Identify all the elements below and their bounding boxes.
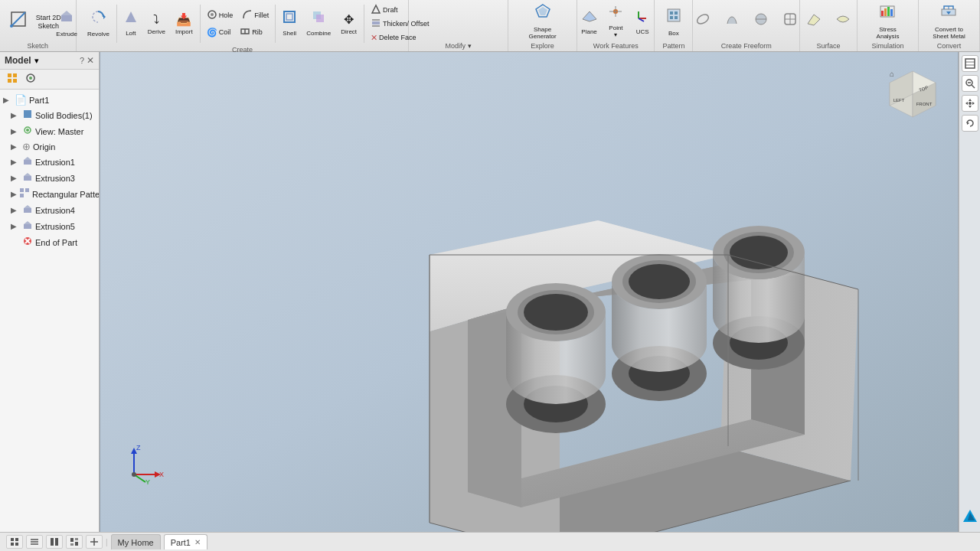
solid-bodies-icon <box>22 109 33 122</box>
shell-icon <box>283 10 296 28</box>
pan-button[interactable] <box>962 95 978 112</box>
tree-item-extrusion4[interactable]: ▶ Extrusion4 <box>0 202 99 218</box>
navcube-home-icon[interactable]: ⌂ <box>890 70 894 78</box>
loft-button[interactable]: Loft <box>119 6 142 41</box>
tree-item-end-of-part[interactable]: ▶ End of Part <box>0 234 99 250</box>
model-panel: Model ▾ ? ✕ ▶ 📄 Part1 <box>0 52 100 532</box>
tree-item-rect-pattern[interactable]: ▶ Rectangular Pattern <box>0 186 99 202</box>
direct-button[interactable]: ✥ Direct <box>336 6 361 41</box>
rotate-button[interactable] <box>962 115 978 132</box>
svg-marker-5 <box>103 15 106 19</box>
rib-icon <box>240 26 250 39</box>
tree-item-extrusion3[interactable]: ▶ Extrusion3 <box>0 170 99 186</box>
fillet-button[interactable]: Fillet <box>238 8 273 22</box>
convert-buttons: Convert toSheet Metal <box>926 0 972 42</box>
freeform-btn2[interactable] <box>718 5 746 40</box>
surface-icon1 <box>806 11 822 31</box>
panel-help-button[interactable]: ? <box>80 56 84 65</box>
tab-part1-close[interactable]: ✕ <box>194 538 201 546</box>
direct-icon: ✥ <box>344 12 354 27</box>
work-buttons: Plane Point ▾ UCS <box>576 0 655 42</box>
shell-label: Shell <box>283 30 296 37</box>
svg-rect-92 <box>11 543 14 546</box>
nav-cube[interactable]: TOP LEFT FRONT ⌂ <box>882 67 943 129</box>
toolbar-group-work-features: Plane Point ▾ UCS Work Features <box>577 0 655 51</box>
tree-item-origin[interactable]: ▶ ⊕ Origin <box>0 139 99 154</box>
part1-expand[interactable]: ▶ <box>3 96 12 104</box>
tree-item-part1[interactable]: ▶ 📄 Part1 <box>0 93 99 107</box>
svg-marker-39 <box>808 15 820 25</box>
combine-button[interactable]: Combine <box>302 6 335 41</box>
tab-my-home[interactable]: My Home <box>111 534 161 549</box>
box-select-button[interactable]: Box <box>660 5 688 40</box>
solid-bodies-label: Solid Bodies(1) <box>35 111 93 120</box>
extrusion3-expand[interactable]: ▶ <box>11 174 20 182</box>
tree-item-view-master[interactable]: ▶ View: Master <box>0 123 99 139</box>
freeform-icon4 <box>782 11 798 31</box>
tree-item-extrusion5[interactable]: ▶ Extrusion5 <box>0 218 99 234</box>
hole-button[interactable]: Hole <box>203 8 237 22</box>
svg-point-56 <box>26 129 29 132</box>
svg-marker-65 <box>24 205 31 208</box>
statusbar-btn2[interactable] <box>26 535 43 549</box>
toolbar-group-modify: Modify ▾ <box>409 0 508 51</box>
panel-expand-arrow[interactable]: ▾ <box>34 56 39 66</box>
extrusion5-expand[interactable]: ▶ <box>11 222 20 230</box>
point-button[interactable]: Point ▾ <box>603 5 629 40</box>
extrude-button[interactable]: Extrude <box>51 6 82 41</box>
shape-generator-button[interactable]: ShapeGenerator <box>524 5 561 40</box>
convert-group-label: Convert <box>937 42 962 51</box>
ucs-button[interactable]: UCS <box>631 5 655 40</box>
nav-cube-svg[interactable]: TOP LEFT FRONT ⌂ <box>882 67 943 129</box>
panel-view-icon[interactable] <box>23 72 38 86</box>
surface-btn1[interactable] <box>800 5 828 40</box>
import-button[interactable]: 📥 Import <box>171 6 198 41</box>
svg-marker-4 <box>61 11 72 15</box>
panel-icon-row <box>0 70 99 90</box>
view-cube-button[interactable] <box>962 55 978 72</box>
derive-button[interactable]: ⤵ Derive <box>143 6 170 41</box>
svg-marker-58 <box>24 157 31 160</box>
panel-close-button[interactable]: ✕ <box>87 55 94 66</box>
statusbar-btn3[interactable] <box>46 535 63 549</box>
svg-rect-99 <box>70 538 74 542</box>
svg-marker-21 <box>583 11 596 21</box>
svg-rect-12 <box>286 14 292 20</box>
import-label: Import <box>175 28 193 36</box>
shell-button[interactable]: Shell <box>278 6 301 41</box>
create-group-label: Create <box>232 46 253 55</box>
panel-tree-icon[interactable] <box>5 72 20 86</box>
view-master-expand[interactable]: ▶ <box>11 127 20 135</box>
rect-pattern-expand[interactable]: ▶ <box>11 190 17 198</box>
tree-item-extrusion1[interactable]: ▶ Extrusion1 <box>0 154 99 170</box>
statusbar-btn1[interactable] <box>6 535 23 549</box>
svg-marker-85 <box>972 102 975 105</box>
extrusion1-expand[interactable]: ▶ <box>11 158 20 166</box>
freeform-btn3[interactable] <box>747 5 775 40</box>
svg-rect-3 <box>61 15 72 21</box>
extrude-label: Extrude <box>56 31 77 38</box>
modify-dropdown-arrow[interactable]: ▾ <box>468 42 472 50</box>
statusbar-btn5[interactable] <box>86 535 103 549</box>
surface-btn2[interactable] <box>829 5 857 40</box>
revolve-button[interactable]: Revolve <box>83 6 114 41</box>
freeform-btn1[interactable] <box>689 5 717 40</box>
svg-point-86 <box>969 102 972 105</box>
tab-part1[interactable]: Part1 ✕ <box>164 534 207 549</box>
stress-analysis-button[interactable]: StressAnalysis <box>872 5 904 40</box>
shape-gen-icon <box>534 3 551 24</box>
rib-button[interactable]: Rib <box>236 25 266 39</box>
solid-bodies-expand[interactable]: ▶ <box>11 111 20 119</box>
convert-sheet-metal-button[interactable]: Convert toSheet Metal <box>928 5 970 40</box>
origin-expand[interactable]: ▶ <box>11 142 20 151</box>
tree-item-solid-bodies[interactable]: ▶ Solid Bodies(1) <box>0 107 99 123</box>
3d-viewport[interactable]: TOP LEFT FRONT ⌂ Z X Y <box>100 52 959 532</box>
cyl2-hole <box>629 264 690 299</box>
navcube-front-label: FRONT <box>916 102 933 106</box>
statusbar-btn4[interactable] <box>66 535 83 549</box>
extrusion4-expand[interactable]: ▶ <box>11 206 20 214</box>
zoom-button[interactable] <box>962 75 978 92</box>
plane-button[interactable]: Plane <box>577 5 601 40</box>
cyl1-hole <box>524 294 588 331</box>
coil-button[interactable]: 🌀 Coil <box>203 25 235 39</box>
